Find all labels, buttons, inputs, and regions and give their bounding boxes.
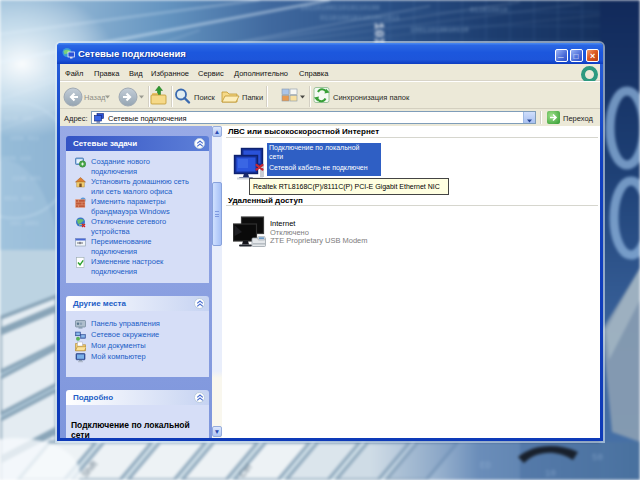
svg-text:0101 110: 0101 110: [2, 155, 31, 162]
svg-text:1011010011010110100: 1011010011010110100: [300, 4, 380, 12]
svg-text:Синхронизация папок: Синхронизация папок: [333, 93, 410, 102]
svg-text:1100 101: 1100 101: [12, 175, 41, 182]
svg-text:0011 010: 0011 010: [4, 195, 33, 202]
svg-text:011010010: 011010010: [470, 6, 508, 14]
svg-text:Папки: Папки: [242, 93, 263, 102]
svg-text:1001 011: 1001 011: [10, 135, 39, 142]
svg-text:10: 10: [545, 469, 556, 479]
svg-text:Назад: Назад: [84, 93, 106, 102]
svg-text:ED: ED: [480, 461, 491, 471]
svg-text:50: 50: [592, 453, 603, 463]
svg-text:Поиск: Поиск: [194, 93, 216, 102]
svg-text:0110100101101001011: 0110100101101001011: [320, 14, 400, 22]
svg-text:0110 101: 0110 101: [4, 115, 33, 122]
svg-text:101 1001: 101 1001: [10, 220, 39, 227]
svg-text:10011010010110: 10011010010110: [410, 26, 469, 34]
